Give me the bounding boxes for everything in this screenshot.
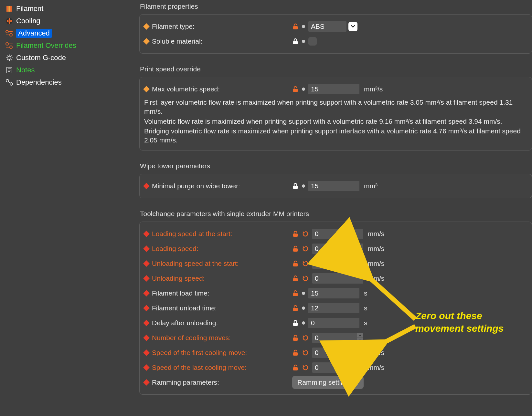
unlock-icon[interactable]	[292, 86, 299, 93]
reset-icon[interactable]	[302, 245, 309, 252]
svg-rect-38	[293, 323, 298, 326]
row-max-volumetric: Max volumetric speed: mm³/s	[144, 82, 527, 97]
svg-point-6	[10, 34, 12, 36]
unit-label: mm/s	[368, 349, 384, 357]
row-label-text: Filament load time:	[152, 289, 209, 297]
sidebar-item-cooling[interactable]: Cooling	[5, 15, 132, 27]
reset-icon[interactable]	[302, 349, 309, 356]
dropdown-button[interactable]	[348, 22, 357, 31]
sidebar-item-advanced[interactable]: Advanced	[5, 27, 132, 39]
unit-label: s	[364, 304, 367, 312]
svg-point-26	[10, 83, 13, 85]
bullet-icon	[302, 321, 305, 325]
unit-label: mm/s	[368, 260, 384, 267]
unlock-icon[interactable]	[292, 275, 299, 282]
unlock-icon[interactable]	[292, 23, 299, 30]
reset-icon[interactable]	[302, 230, 309, 237]
soluble-checkbox[interactable]	[308, 37, 317, 46]
unit-label: mm/s	[368, 275, 384, 282]
loading-input[interactable]	[312, 244, 363, 254]
spinner-arrows[interactable]: ▲▼	[357, 333, 363, 343]
sidebar-item-label: Dependencies	[16, 78, 62, 87]
last_cool-input[interactable]	[312, 362, 363, 373]
unlock-icon[interactable]	[292, 260, 299, 267]
reset-icon[interactable]	[302, 364, 309, 371]
ramming-settings-button[interactable]: Ramming settings…	[292, 376, 364, 389]
row-label-text: Minimal purge on wipe tower:	[152, 182, 240, 190]
svg-rect-31	[293, 186, 298, 189]
group-wipe-tower: Wipe tower parameters Minimal purge on w…	[139, 162, 532, 198]
unlock-icon[interactable]	[292, 305, 299, 312]
modified-marker-icon	[143, 260, 150, 267]
row-unloading: Unloading speed:mm/s	[144, 271, 527, 286]
svg-rect-28	[293, 26, 298, 29]
reset-icon[interactable]	[302, 260, 309, 267]
first_cool-input[interactable]	[312, 348, 363, 358]
unload_time-input[interactable]	[308, 303, 359, 313]
sliders-icon	[5, 29, 14, 37]
modified-marker-icon	[143, 290, 150, 296]
sidebar-item-label: Notes	[16, 66, 35, 74]
svg-rect-35	[293, 278, 298, 281]
unit-label: s	[364, 319, 367, 327]
row-label-text: Filament unload time:	[152, 304, 217, 312]
unlock-icon[interactable]	[292, 364, 299, 371]
svg-point-8	[6, 43, 8, 45]
unlock-icon[interactable]	[292, 349, 299, 356]
sidebar-item-filament-overrides[interactable]: Filament Overrides	[5, 39, 132, 52]
lock-icon[interactable]	[292, 182, 299, 190]
row-min-purge: Minimal purge on wipe tower: mm³	[144, 179, 527, 193]
svg-line-17	[7, 56, 8, 56]
group-title: Filament properties	[139, 3, 532, 10]
group-title: Toolchange parameters with single extrud…	[139, 210, 532, 218]
svg-rect-34	[293, 263, 298, 266]
lock-icon[interactable]	[292, 38, 299, 45]
row-loading: Loading speed:mm/s	[144, 241, 527, 256]
modified-marker-icon	[143, 245, 150, 252]
unlock-icon[interactable]	[292, 334, 299, 341]
unlock-icon[interactable]	[292, 290, 299, 297]
row-ramming: Ramming parameters:Ramming settings…	[144, 375, 527, 390]
reset-icon[interactable]	[302, 334, 309, 341]
max-volumetric-input[interactable]	[308, 84, 359, 94]
unlock-icon[interactable]	[292, 230, 299, 237]
row-label-text: Filament type:	[152, 23, 195, 30]
filament-type-select[interactable]: ABS	[308, 21, 346, 32]
bullet-icon	[302, 184, 305, 188]
min-purge-input[interactable]	[308, 181, 359, 191]
modified-marker-icon	[143, 305, 150, 311]
svg-rect-33	[293, 248, 298, 252]
lock-icon[interactable]	[292, 319, 299, 327]
sidebar-item-filament[interactable]: Filament	[5, 3, 132, 15]
reset-icon[interactable]	[302, 275, 309, 282]
delay-input[interactable]	[308, 318, 359, 328]
bullet-icon	[302, 25, 305, 28]
modified-marker-icon	[143, 23, 150, 30]
group-toolchange: Toolchange parameters with single extrud…	[139, 210, 532, 395]
svg-rect-39	[293, 338, 298, 341]
load_time-input[interactable]	[308, 288, 359, 298]
sidebar-item-dependencies[interactable]: Dependencies	[5, 76, 132, 88]
unloading-input[interactable]	[312, 273, 363, 284]
svg-rect-37	[293, 308, 298, 311]
cooling_moves-input[interactable]	[312, 333, 363, 343]
unit-label: mm/s	[368, 245, 384, 253]
main-panel: Filament properties Filament type: ABS	[132, 0, 532, 416]
row-label-text: Ramming parameters:	[152, 379, 219, 386]
loading_start-input[interactable]	[312, 229, 363, 239]
row-label-text: Max volumetric speed:	[152, 85, 220, 93]
row-label-text: Loading speed:	[152, 245, 198, 253]
unit-label: mm³	[364, 182, 378, 190]
sidebar-item-custom-gcode[interactable]: Custom G-code	[5, 52, 132, 64]
svg-line-27	[8, 82, 10, 83]
row-unloading_start: Unloading speed at the start:mm/s	[144, 256, 527, 271]
modified-marker-icon	[143, 349, 150, 356]
svg-rect-30	[293, 89, 298, 92]
svg-rect-32	[293, 234, 298, 237]
sidebar-item-notes[interactable]: Notes	[5, 64, 132, 76]
svg-rect-1	[8, 6, 10, 12]
unlock-icon[interactable]	[292, 245, 299, 252]
unloading_start-input[interactable]	[312, 258, 363, 269]
row-loading_start: Loading speed at the start:mm/s	[144, 226, 527, 241]
row-soluble: Soluble material:	[144, 34, 527, 49]
